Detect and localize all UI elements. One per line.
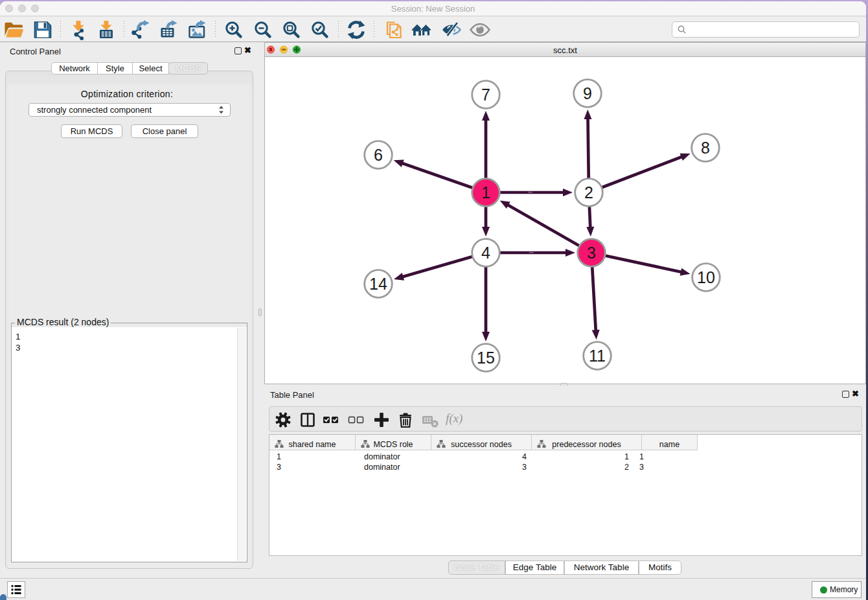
- svg-text:4: 4: [481, 244, 490, 262]
- svg-text:11: 11: [589, 347, 606, 365]
- svg-text:6: 6: [374, 146, 383, 164]
- svg-text:7: 7: [481, 86, 490, 104]
- svg-text:1: 1: [481, 183, 490, 202]
- svg-text:14: 14: [369, 275, 387, 293]
- svg-text:9: 9: [583, 84, 592, 102]
- svg-text:3: 3: [587, 244, 596, 262]
- svg-text:10: 10: [697, 268, 715, 286]
- svg-text:15: 15: [477, 349, 495, 367]
- svg-text:8: 8: [701, 139, 710, 157]
- svg-text:2: 2: [584, 183, 593, 202]
